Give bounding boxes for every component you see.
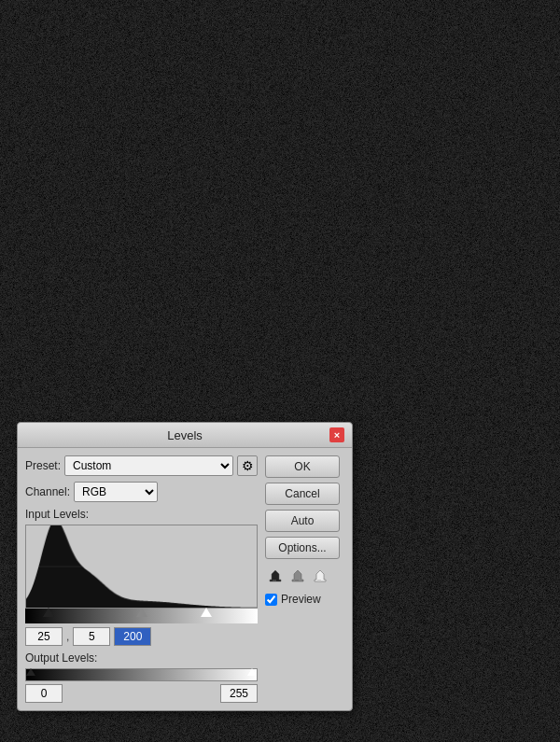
dialog-body: Preset: Custom ⚙ Channel: RGB Red Green … xyxy=(18,448,352,710)
channel-row: Channel: RGB Red Green Blue xyxy=(25,482,258,502)
output-input-row xyxy=(25,684,258,703)
eyedroppers-row xyxy=(265,566,344,584)
cancel-button[interactable]: Cancel xyxy=(265,483,340,505)
svg-rect-3 xyxy=(295,580,299,581)
white-eyedropper[interactable] xyxy=(310,566,329,584)
svg-rect-1 xyxy=(273,580,276,581)
left-panel: Preset: Custom ⚙ Channel: RGB Red Green … xyxy=(25,455,258,703)
white-input[interactable] xyxy=(114,627,151,646)
output-gradient-box[interactable] xyxy=(25,668,258,681)
output-white-handle[interactable] xyxy=(247,668,257,676)
black-input[interactable] xyxy=(25,627,63,646)
output-black-input[interactable] xyxy=(25,684,63,703)
histogram-canvas xyxy=(26,525,257,608)
preview-checkbox[interactable] xyxy=(265,594,277,606)
dialog-titlebar: Levels × xyxy=(18,423,352,448)
svg-rect-5 xyxy=(317,580,321,581)
channel-select[interactable]: RGB Red Green Blue xyxy=(74,482,158,502)
white-input-handle[interactable] xyxy=(201,608,212,617)
right-panel: OK Cancel Auto Options... xyxy=(265,455,344,703)
black-input-handle[interactable] xyxy=(43,608,54,617)
preset-row: Preset: Custom ⚙ xyxy=(25,455,258,476)
preset-label: Preset: xyxy=(25,459,61,472)
black-eyedropper[interactable] xyxy=(265,566,284,584)
gray-eyedropper[interactable] xyxy=(287,566,306,584)
preset-select[interactable]: Custom xyxy=(64,455,233,476)
output-levels-label: Output Levels: xyxy=(25,651,258,665)
close-button[interactable]: × xyxy=(329,427,344,442)
levels-dialog: Levels × Preset: Custom ⚙ Channel: RGB R… xyxy=(17,422,353,711)
mid-input[interactable] xyxy=(73,627,110,646)
options-button[interactable]: Options... xyxy=(265,537,340,559)
dialog-title: Levels xyxy=(40,428,329,442)
ok-button[interactable]: OK xyxy=(265,455,340,478)
auto-button[interactable]: Auto xyxy=(265,510,340,532)
preview-row: Preview xyxy=(265,593,344,606)
preview-label: Preview xyxy=(281,593,321,606)
input-slider-row[interactable] xyxy=(25,609,258,623)
output-black-handle[interactable] xyxy=(26,668,35,676)
histogram-box xyxy=(25,525,258,609)
input-levels-label: Input Levels: xyxy=(25,508,258,521)
mid-input-sep: , xyxy=(66,630,69,643)
input-boxes-row: , xyxy=(25,627,258,646)
gear-button[interactable]: ⚙ xyxy=(237,455,258,476)
output-section: Output Levels: xyxy=(25,651,258,703)
mid-input-handle[interactable] xyxy=(136,608,147,617)
output-white-input[interactable] xyxy=(220,684,258,703)
channel-label: Channel: xyxy=(25,485,70,498)
